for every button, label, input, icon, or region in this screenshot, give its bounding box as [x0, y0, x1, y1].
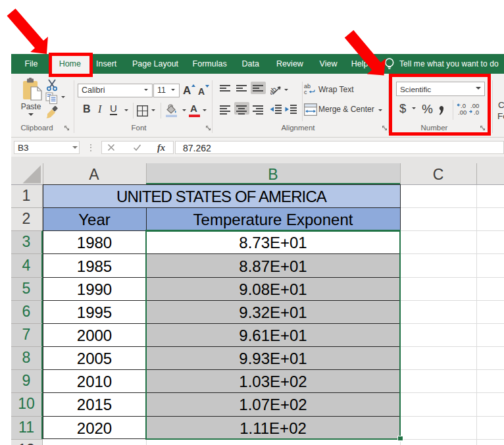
- svg-text:c: c: [304, 89, 307, 95]
